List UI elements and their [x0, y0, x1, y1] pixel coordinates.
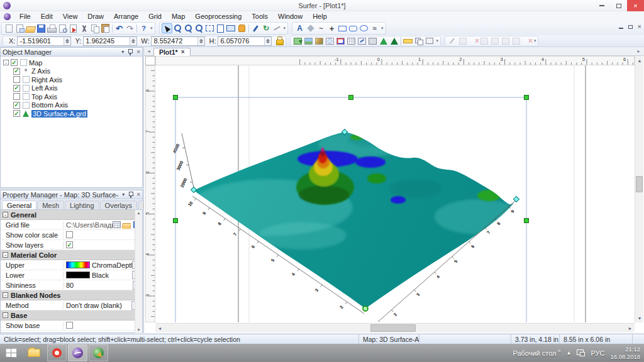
handle-top-left[interactable] — [174, 96, 178, 100]
tab-lighting[interactable]: Lighting — [65, 200, 99, 209]
ungroup-icon[interactable] — [511, 36, 522, 46]
desktop-toolbar[interactable]: Рабочий стол» — [513, 349, 560, 357]
vector-map-icon[interactable] — [357, 36, 367, 46]
network-icon[interactable] — [577, 349, 585, 356]
h-field[interactable]: 6.057076 — [218, 36, 272, 46]
row-upper[interactable]: Upper ChromaDepth ... — [1, 260, 142, 270]
surfer-taskbar-button[interactable] — [68, 344, 87, 361]
tree-item-left-axis[interactable]: ✓Left Axis — [3, 84, 142, 93]
visibility-checkbox[interactable]: ✓ — [13, 85, 20, 92]
paste-icon[interactable] — [100, 23, 111, 33]
show-layers-checkbox[interactable]: ✓ — [66, 241, 73, 248]
tree-item-label[interactable]: Left Axis — [31, 84, 58, 92]
base-map-icon[interactable] — [367, 36, 378, 46]
redo-icon[interactable]: ↷ — [125, 23, 135, 33]
gis-app-button[interactable] — [89, 344, 108, 361]
section-base[interactable]: -Base — [1, 310, 142, 321]
digitize-icon[interactable] — [447, 36, 458, 46]
menu-draw[interactable]: Draw — [82, 12, 109, 21]
scroll-down-icon[interactable]: ▼ — [635, 314, 644, 322]
export-icon[interactable] — [68, 23, 79, 33]
clock[interactable]: 21:1216.08.2018 — [610, 346, 640, 361]
collapse-icon[interactable]: - — [3, 312, 8, 318]
plot-canvas[interactable]: 1098765432 23456789 200030004000 — [155, 65, 635, 322]
tab-scroll-right-icon[interactable]: ► — [634, 49, 643, 53]
handle-bottom-vertex[interactable] — [363, 306, 368, 311]
menu-help[interactable]: Help — [308, 12, 332, 21]
zoom-full-icon[interactable] — [226, 23, 236, 33]
lock-aspect-icon[interactable] — [275, 36, 284, 45]
menu-grid[interactable]: Grid — [143, 12, 167, 21]
section-material-color[interactable]: -Material Color — [1, 250, 142, 260]
ellipse-icon[interactable] — [358, 23, 369, 33]
maximize-button[interactable] — [610, 0, 627, 11]
select-arrow-icon[interactable] — [162, 23, 172, 33]
tree-item-map[interactable]: -✓Map — [3, 58, 142, 67]
wireframe-3d-icon[interactable] — [389, 36, 399, 46]
pin-icon[interactable] — [128, 192, 133, 198]
row-shininess[interactable]: Shininess 80 — [1, 280, 142, 290]
tree-item-label[interactable]: Z Axis — [31, 67, 50, 75]
section-general[interactable]: -General — [1, 210, 142, 220]
mdi-close-icon[interactable]: × — [638, 23, 641, 30]
tab-scroll-left-icon[interactable]: ◄ — [144, 49, 153, 53]
zoom-page-icon[interactable] — [215, 23, 226, 33]
toolbar-overflow-icon[interactable]: ▾ — [150, 26, 153, 31]
copy-icon[interactable] — [89, 23, 100, 33]
panel-close-icon[interactable]: × — [136, 48, 140, 55]
handle-right-vertex[interactable] — [513, 196, 519, 202]
tree-item-z-axis[interactable]: ✓*Z Axis — [3, 67, 142, 76]
post-map-icon[interactable] — [335, 36, 346, 46]
tree-item-label[interactable]: 3D Surface-A.grd — [31, 110, 87, 118]
expand-icon[interactable]: - — [3, 60, 9, 65]
y-field[interactable]: 1.962245 — [83, 36, 137, 46]
help-select-icon[interactable]: ? — [138, 23, 149, 33]
panel-menu-icon[interactable]: ▾ — [122, 192, 125, 197]
resize-map-icon[interactable] — [424, 36, 435, 46]
panel-close-icon[interactable]: × — [136, 191, 140, 198]
mdi-restore-icon[interactable] — [628, 25, 633, 29]
w-field[interactable]: 8.552472 — [151, 36, 205, 46]
visibility-checkbox[interactable]: ✓ — [13, 102, 20, 109]
y-spinner[interactable] — [130, 37, 136, 45]
menu-window[interactable]: Window — [273, 12, 308, 21]
property-scrollbar[interactable]: ▲▼ — [135, 210, 142, 333]
horizontal-scrollbar[interactable]: ◄ ► — [155, 323, 635, 332]
handle-top-right[interactable] — [525, 96, 529, 100]
print-icon[interactable] — [47, 23, 57, 33]
new-file-icon[interactable] — [4, 23, 14, 33]
tab-overlays[interactable]: Overlays — [100, 200, 137, 209]
delete-vertex-icon[interactable] — [469, 36, 479, 46]
tree-item-top-axis[interactable]: Top Axis — [3, 92, 142, 101]
tab-close-icon[interactable]: × — [181, 48, 185, 55]
image-map-icon[interactable] — [303, 36, 314, 46]
text-tool-icon[interactable]: A — [294, 23, 305, 33]
polyline-icon[interactable]: ~ — [316, 23, 326, 33]
redraw-icon[interactable]: ↻ — [261, 23, 272, 33]
surface-3d-map[interactable]: 1098765432 23456789 200030004000 — [172, 132, 523, 322]
language-indicator[interactable]: РУС — [591, 349, 604, 357]
rounded-rectangle-icon[interactable] — [348, 23, 358, 33]
surface-3d-icon[interactable] — [378, 36, 389, 46]
row-show-color-scale[interactable]: Show color scale — [1, 230, 142, 240]
row-lower[interactable]: Lower Black ... — [1, 270, 142, 280]
cut-icon[interactable] — [79, 23, 89, 33]
rectangle-icon[interactable] — [337, 23, 348, 33]
zoom-in-icon[interactable] — [172, 23, 183, 33]
visibility-checkbox[interactable] — [13, 76, 20, 83]
toolbar-overflow-icon[interactable]: ▾ — [284, 26, 286, 31]
ruler-icon[interactable] — [402, 36, 413, 46]
black-swatch[interactable] — [66, 272, 90, 278]
visibility-checkbox[interactable]: ✓ — [13, 68, 20, 75]
reshape-icon[interactable] — [250, 23, 261, 33]
contour-map-icon[interactable] — [325, 36, 335, 46]
menu-arrange[interactable]: Arrange — [109, 12, 143, 21]
tree-item-label[interactable]: Map — [29, 59, 42, 67]
delete-object-icon[interactable] — [522, 36, 533, 46]
polygon-icon[interactable] — [305, 23, 316, 33]
symbol-tool-icon[interactable]: + — [326, 23, 337, 33]
scroll-right-icon[interactable]: ► — [626, 324, 635, 332]
menu-edit[interactable]: Edit — [36, 12, 58, 21]
h-spinner[interactable] — [264, 37, 271, 45]
x-field[interactable]: -1.519601 — [17, 36, 71, 46]
